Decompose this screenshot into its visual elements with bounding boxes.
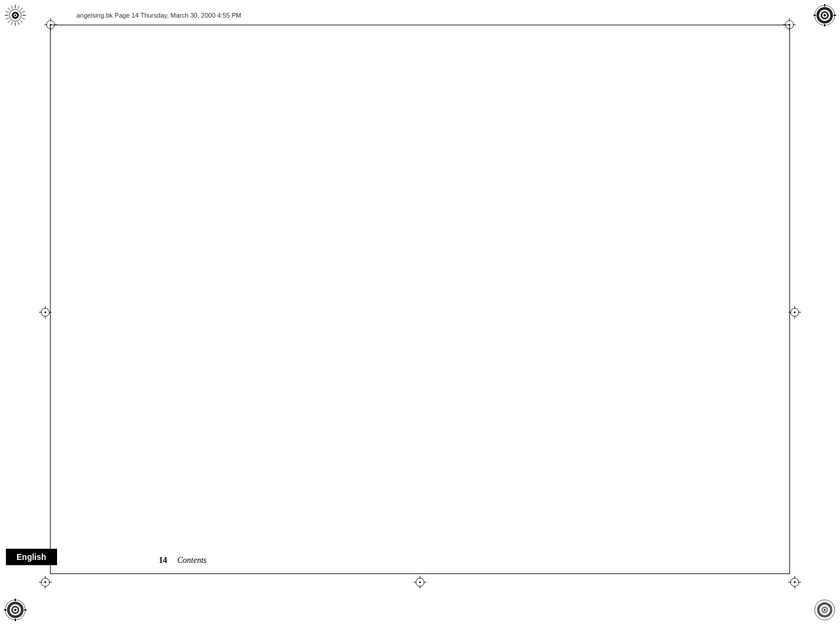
svg-line-14 <box>6 11 9 12</box>
page-number: 14 <box>159 556 167 565</box>
svg-point-49 <box>794 311 796 313</box>
svg-point-21 <box>50 24 52 26</box>
left-border-line <box>50 25 51 574</box>
svg-line-8 <box>8 21 10 23</box>
svg-line-11 <box>18 6 19 9</box>
page-footer: 14 Contents <box>159 556 206 565</box>
file-info: angelsing.bk Page 14 Thursday, March 30,… <box>76 12 241 19</box>
top-left-crosshair-icon <box>44 18 57 31</box>
svg-line-16 <box>6 18 9 19</box>
footer-border-line <box>50 573 790 574</box>
svg-line-10 <box>11 6 12 9</box>
bottom-right-crosshair-icon <box>788 576 801 589</box>
bottom-center-crosshair-icon <box>414 576 426 589</box>
svg-rect-35 <box>834 15 836 16</box>
svg-point-55 <box>45 582 46 583</box>
svg-rect-79 <box>15 619 16 621</box>
svg-line-9 <box>21 21 23 23</box>
svg-point-43 <box>45 311 46 313</box>
svg-point-67 <box>794 582 796 583</box>
header-border-line <box>50 25 790 25</box>
svg-line-13 <box>18 22 19 25</box>
svg-point-37 <box>789 24 791 26</box>
svg-point-31 <box>824 14 826 16</box>
top-right-ornament-icon <box>813 4 836 27</box>
svg-rect-32 <box>824 4 825 6</box>
middle-left-crosshair-icon <box>39 306 52 319</box>
svg-rect-33 <box>824 24 825 26</box>
english-tab: English <box>6 549 57 565</box>
bottom-right-ornament-icon <box>813 598 836 622</box>
svg-point-19 <box>15 15 16 16</box>
top-left-ornament-icon <box>4 4 27 27</box>
page: angelsing.bk Page 14 Thursday, March 30,… <box>0 0 840 624</box>
svg-point-77 <box>14 609 16 611</box>
svg-line-7 <box>21 8 23 10</box>
svg-line-12 <box>11 22 12 25</box>
svg-line-6 <box>8 8 10 10</box>
svg-rect-78 <box>15 599 16 601</box>
section-name: Contents <box>178 556 207 565</box>
bottom-left-crosshair-icon <box>39 576 52 589</box>
bottom-left-ornament-icon <box>4 598 27 622</box>
right-border-line <box>789 25 790 574</box>
svg-point-87 <box>824 609 826 611</box>
svg-rect-81 <box>24 609 26 610</box>
svg-point-61 <box>419 582 421 583</box>
svg-rect-34 <box>814 15 816 16</box>
svg-rect-80 <box>4 609 6 610</box>
svg-line-15 <box>22 11 25 12</box>
top-right-crosshair-icon <box>783 18 796 31</box>
middle-right-crosshair-icon <box>788 306 801 319</box>
svg-line-17 <box>22 18 25 19</box>
